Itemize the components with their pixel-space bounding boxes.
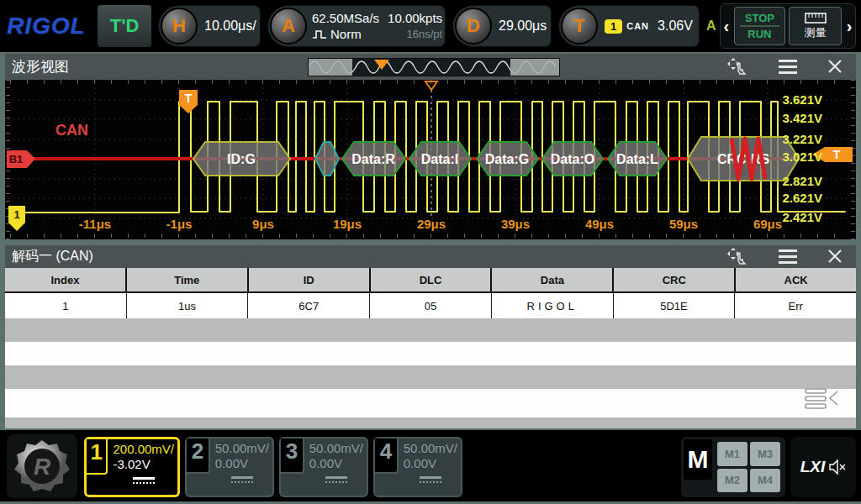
channel1-offset: -3.02V: [113, 457, 174, 472]
nav-position-marker[interactable]: [374, 60, 389, 70]
rigol-gear-button[interactable]: R: [7, 434, 77, 498]
cell-id: 6C7: [248, 293, 370, 318]
decode-bubbles: ID:G Data:R Data:I Data:G Data:O Data:L …: [193, 137, 799, 181]
stop-run-button[interactable]: STOP RUN: [734, 7, 785, 45]
math-button[interactable]: M: [684, 439, 712, 480]
gear-logo-icon: R: [14, 438, 70, 494]
panel-close-icon[interactable]: [822, 57, 848, 76]
trigger-source-badge: 1: [605, 19, 622, 34]
bus-name-label: CAN: [55, 122, 88, 139]
channel2-scale: 50.00mV/: [215, 441, 269, 456]
speaker-muted-icon: [829, 459, 846, 475]
ruler-icon: [805, 13, 827, 24]
decode-move-icon[interactable]: [725, 247, 750, 265]
quick-buttons-group: ‹ STOP RUN 测量 ›: [720, 3, 856, 49]
cell-ack: Err: [735, 293, 856, 318]
bubble-label-data5: Data:L: [616, 152, 658, 166]
col-crc: CRC: [614, 268, 736, 291]
bubble-label-data2: Data:I: [421, 152, 458, 166]
acquire-knob[interactable]: A: [270, 8, 307, 45]
waveform-graphics: ID:G Data:R Data:I Data:G Data:O Data:L …: [5, 80, 856, 239]
channel1-coupling-icon: [133, 477, 155, 484]
bubble-label-data1: Data:R: [351, 152, 395, 166]
decode-menu-icon[interactable]: [775, 247, 800, 265]
channel2-offset: 0.00V: [215, 456, 269, 471]
empty-stripe: [5, 365, 856, 389]
trigger-marker-label: T: [185, 92, 193, 105]
channel1-number: 1: [87, 439, 108, 475]
move-panel-icon[interactable]: [725, 57, 750, 76]
channel2-coupling-icon: [231, 476, 253, 483]
time-label-1: -1μs: [166, 217, 193, 231]
bus-badge-label: B1: [9, 153, 24, 165]
waveform-plot-area[interactable]: ID:G Data:R Data:I Data:G Data:O Data:L …: [5, 80, 856, 239]
channel2-button[interactable]: 2 50.00mV/ 0.00V: [185, 437, 274, 497]
delay-button[interactable]: D 29.00μs: [452, 5, 552, 47]
voltage-label-4: 2.821V: [763, 175, 822, 188]
channel3-coupling-icon: [325, 476, 347, 483]
lxi-status-panel[interactable]: LXI: [790, 437, 856, 497]
timebase-value: 10.00μs/: [204, 18, 256, 34]
delay-position-marker[interactable]: [425, 81, 437, 90]
decode-close-icon[interactable]: [822, 247, 848, 265]
acquire-mode: Norm: [330, 26, 362, 42]
time-label-0: -11μs: [79, 217, 111, 231]
channel1-ground-marker[interactable]: 1: [8, 206, 25, 231]
col-time: Time: [127, 268, 249, 291]
math2-button[interactable]: M2: [717, 469, 747, 493]
chevron-right-icon[interactable]: ›: [843, 17, 855, 36]
trigger-position-marker[interactable]: T: [179, 90, 198, 113]
cell-data: RIGOL: [492, 293, 614, 318]
chevron-left-icon[interactable]: ‹: [721, 17, 732, 36]
channel4-scale: 50.00mV/: [404, 441, 457, 456]
channel3-button[interactable]: 3 50.00mV/ 0.00V: [279, 437, 368, 497]
decode-table-panel: 解码一 (CAN) Index Time ID DLC Data CRC ACK…: [5, 245, 856, 428]
delay-knob[interactable]: D: [455, 8, 492, 45]
chann4-offset: 0.00V: [404, 456, 457, 471]
channel3-scale: 50.00mV/: [309, 441, 363, 456]
time-label-2: 9μs: [252, 217, 274, 231]
channel4-button[interactable]: 4 50.00mV/ 0.00V: [373, 437, 462, 497]
waveform-panel-titlebar: 波形视图: [5, 54, 856, 80]
col-index: Index: [5, 268, 127, 291]
measure-button[interactable]: 测量: [789, 7, 842, 45]
time-label-6: 49μs: [585, 217, 614, 231]
math1-button[interactable]: M1: [717, 442, 747, 466]
svg-text:R: R: [34, 454, 51, 480]
channel3-offset: 0.00V: [309, 456, 363, 471]
channel4-coupling-icon: [420, 476, 441, 483]
channel1-button[interactable]: 1 200.00mV/ -3.02V: [84, 437, 180, 497]
acquire-button[interactable]: A 62.50MSa/s Norm 10.00kpts 16ns/pt: [267, 5, 446, 47]
table-collapse-icon[interactable]: [804, 386, 841, 415]
sweep-mode-indicator: A: [706, 18, 716, 34]
empty-stripe: [5, 417, 856, 428]
math4-button[interactable]: M4: [750, 469, 780, 493]
trigger-tag-label: T: [833, 148, 841, 161]
run-label: RUN: [747, 27, 771, 40]
trigger-knob[interactable]: T: [561, 8, 598, 45]
cell-dlc: 05: [370, 293, 492, 318]
horizontal-timebase-button[interactable]: H 10.00μs/: [158, 5, 261, 47]
time-label-5: 39μs: [501, 217, 530, 231]
timebase-navigation-strip[interactable]: [308, 58, 560, 76]
trigger-button[interactable]: T 1 CAN 3.06V: [558, 5, 700, 47]
decode-panel-titlebar: 解码一 (CAN): [5, 245, 856, 268]
panel-menu-icon[interactable]: [775, 57, 800, 76]
voltage-label-1: 3.421V: [763, 112, 822, 125]
horizontal-knob[interactable]: H: [161, 8, 198, 45]
table-row[interactable]: 1 1us 6C7 05 RIGOL 5D1E Err: [5, 293, 856, 318]
decode-panel-title: 解码一 (CAN): [12, 248, 93, 265]
nav-offscreen-left: [309, 59, 352, 76]
channel1-scale: 200.00mV/: [113, 442, 174, 457]
bubble-label-id: ID:G: [227, 152, 256, 166]
empty-stripe: [5, 389, 856, 417]
empty-stripe: [5, 318, 856, 342]
math3-button[interactable]: M3: [750, 442, 780, 466]
pulse-icon: [312, 29, 327, 39]
trigger-level-value: 3.06V: [658, 18, 693, 34]
bubble-label-data3: Data:G: [485, 152, 529, 166]
channel1-marker-label: 1: [13, 208, 19, 221]
bubble-label-data4: Data:O: [551, 152, 594, 166]
time-label-4: 29μs: [417, 217, 446, 231]
channel3-number: 3: [281, 438, 304, 474]
